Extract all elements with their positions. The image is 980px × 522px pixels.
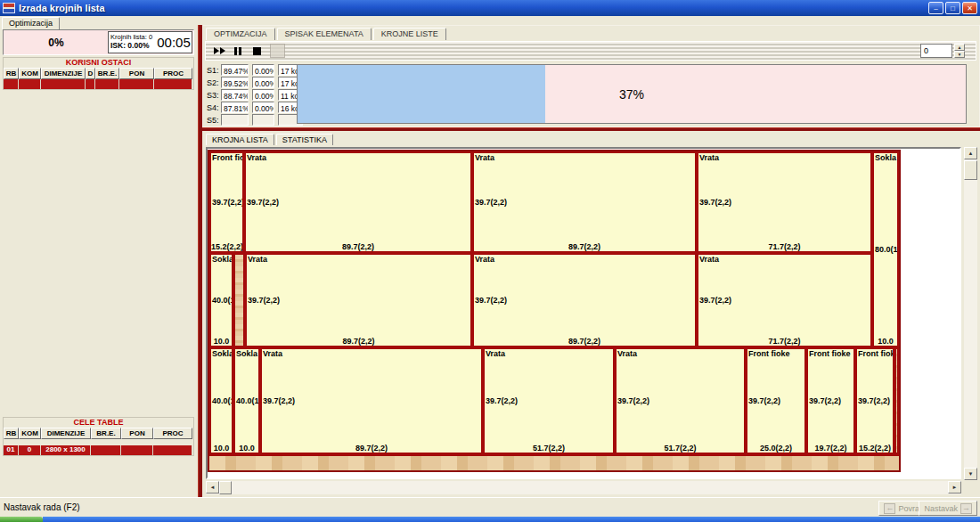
station-stats: S1: 89.47% 0.00% 17 kom S2: 89.52% 0.00%… xyxy=(205,62,977,125)
cutting-board: Front fioke39.7(2,2)15.2(2,2)Vrata39.7(2… xyxy=(208,150,901,472)
cut-piece[interactable]: Front fioke39.7(2,2)15.2(2,2) xyxy=(209,151,244,253)
piece-height-dim: 39.7(2,2) xyxy=(263,396,295,405)
cut-piece[interactable]: Front fioke39.7(2,2)25.0(2,2) xyxy=(746,347,806,454)
spinner-up-icon[interactable]: ▲ xyxy=(954,44,965,51)
tab-krojne-liste[interactable]: KROJNE LISTE xyxy=(373,28,446,40)
piece-label: Vrata xyxy=(699,255,719,264)
disabled-tool-button[interactable] xyxy=(270,44,285,58)
cut-piece[interactable]: Vrata39.7(2,2)89.7(2,2) xyxy=(472,253,697,347)
taskbar-edge xyxy=(0,517,980,522)
next-arrow-icon: → xyxy=(960,503,972,514)
taskbar-strip xyxy=(43,517,980,522)
piece-height-dim: 39.7(2,2) xyxy=(809,396,841,405)
col-header: RB xyxy=(4,68,19,79)
piece-width-dim: 89.7(2,2) xyxy=(474,242,695,251)
col-header: KOM xyxy=(19,428,41,439)
start-button-edge[interactable] xyxy=(0,517,43,522)
tab-statistika[interactable]: STATISTIKA xyxy=(276,134,333,145)
restore-button[interactable]: □ xyxy=(945,2,960,14)
cut-piece[interactable]: Vrata39.7(2,2)51.7(2,2) xyxy=(483,347,615,454)
piece-height-dim: 39.7(2,2) xyxy=(858,396,890,405)
piece-width-dim: 71.7(2,2) xyxy=(698,242,870,251)
piece-label: Vrata xyxy=(475,153,494,162)
tab-optimzacija[interactable]: OPTIMZACIJA xyxy=(206,28,275,40)
piece-label: Vrata xyxy=(475,255,494,264)
vertical-scrollbar[interactable]: ▲ ▼ xyxy=(964,147,977,480)
piece-height-dim: 40.0(1,0 xyxy=(212,296,233,305)
col-header: DIMENZIJE xyxy=(41,68,86,79)
col-header: PON xyxy=(119,68,154,79)
cut-piece[interactable]: Vrata39.7(2,2)89.7(2,2) xyxy=(260,347,483,454)
col-header: RB xyxy=(4,428,19,439)
cut-piece[interactable]: Vrata39.7(2,2)89.7(2,2) xyxy=(245,253,472,347)
scroll-up-icon[interactable]: ▲ xyxy=(964,147,977,159)
scroll-right-icon[interactable]: ► xyxy=(948,481,961,493)
cut-piece[interactable]: Vrata39.7(2,2)71.7(2,2) xyxy=(697,253,872,347)
piece-height-dim: 39.7(2,2) xyxy=(617,396,649,405)
station-row-s5: S5: xyxy=(207,114,306,126)
spinner-value[interactable]: 0 xyxy=(920,44,952,58)
piece-width-dim: 51.7(2,2) xyxy=(485,444,613,453)
piece-width-dim: 10.0 xyxy=(211,337,232,346)
piece-width-dim: 15.2(2,2) xyxy=(211,242,242,251)
cut-piece[interactable]: Vrata39.7(2,2)89.7(2,2) xyxy=(472,151,697,253)
station-field: 89.52% xyxy=(221,77,249,88)
piece-height-dim: 39.7(2,2) xyxy=(248,296,280,305)
piece-label: Vrata xyxy=(263,349,282,358)
cut-piece[interactable]: Vrata39.7(2,2)51.7(2,2) xyxy=(615,347,746,454)
cut-piece[interactable]: Front fioke39.7(2,2)19.7(2,2) xyxy=(806,347,855,454)
left-panel: 0% Krojnih lista: 0 ISK: 0.00% 00:05 KOR… xyxy=(0,29,198,497)
spinner-down-icon[interactable]: ▼ xyxy=(954,51,965,58)
tab-spisak-elemenata[interactable]: SPISAK ELEMENATA xyxy=(277,28,372,40)
cele-table-title: CELE TABLE xyxy=(4,418,193,428)
nastavak-button[interactable]: Nastavak → xyxy=(919,501,977,516)
piece-label: Vrata xyxy=(247,153,266,162)
piece-label: Vrata xyxy=(617,349,637,358)
left-progress-percent: 0% xyxy=(4,30,109,54)
cut-piece[interactable]: Front fioke39.7(2,2)15.2(2,2) xyxy=(855,347,894,454)
piece-label: Front fioke xyxy=(809,349,851,358)
piece-width-dim: 71.7(2,2) xyxy=(698,337,870,346)
scroll-down-icon[interactable]: ▼ xyxy=(964,468,977,480)
cele-table-header-row: RB KOM DIMENZIJE BR.E. PON PROC xyxy=(4,428,193,439)
fast-forward-icon xyxy=(220,47,225,54)
station-field: 88.74% xyxy=(221,89,249,101)
minimize-button[interactable]: – xyxy=(928,2,943,14)
stop-button[interactable] xyxy=(249,44,265,58)
cut-piece[interactable]: Vrata39.7(2,2)89.7(2,2) xyxy=(244,151,472,253)
cut-piece[interactable]: Sokla40.0(1,010.0 xyxy=(233,347,260,454)
optimization-progress-label: 37% xyxy=(298,87,966,102)
vertical-scroll-thumb[interactable] xyxy=(964,160,977,180)
close-button[interactable]: ✕ xyxy=(962,2,977,14)
cut-piece[interactable]: Sokla40.0(1,010.0 xyxy=(209,253,233,347)
table-row[interactable] xyxy=(4,79,193,89)
fast-forward-button[interactable] xyxy=(211,44,227,58)
titlebar[interactable]: Izrada krojnih lista – □ ✕ xyxy=(0,0,980,16)
waste-strip[interactable] xyxy=(209,454,899,470)
table-row[interactable]: 01 0 2800 x 1300 xyxy=(4,445,193,455)
piece-width-dim: 10.0 xyxy=(211,444,232,453)
cele-table: CELE TABLE RB KOM DIMENZIJE BR.E. PON PR… xyxy=(3,417,194,456)
pause-button[interactable] xyxy=(230,44,246,58)
station-field: 87.81% xyxy=(221,102,249,113)
tab-optimizacija[interactable]: Optimizacija xyxy=(2,17,60,29)
col-header: BR.E. xyxy=(95,68,119,79)
piece-label: Sokla xyxy=(875,153,896,162)
tab-krojna-lista[interactable]: KROJNA LISTA xyxy=(206,134,274,145)
col-header: PROC xyxy=(154,68,192,79)
piece-width-dim: 89.7(2,2) xyxy=(246,242,470,251)
status-bar: Nastavak rada (F2) ← Povratak Nastavak → xyxy=(0,497,980,517)
right-tab-strip: OPTIMZACIJA SPISAK ELEMENATA KROJNE LIST… xyxy=(206,28,448,40)
station-field: 0.00% xyxy=(252,77,274,88)
horizontal-scroll-thumb[interactable] xyxy=(219,481,232,494)
cut-piece[interactable]: Vrata39.7(2,2)71.7(2,2) xyxy=(697,151,872,253)
scroll-left-icon[interactable]: ◄ xyxy=(206,481,219,493)
horizontal-scrollbar[interactable]: ◄ ► xyxy=(206,481,961,494)
cut-piece[interactable]: Sokla40.0(1,010.0 xyxy=(209,347,233,454)
waste-strip[interactable] xyxy=(894,347,899,454)
waste-strip[interactable] xyxy=(233,253,245,347)
cut-piece[interactable]: Sokla80.0(1,010.0 xyxy=(872,151,899,347)
cutting-diagram: Front fioke39.7(2,2)15.2(2,2)Vrata39.7(2… xyxy=(206,147,961,479)
station-field: 0.00% xyxy=(252,89,274,101)
station-row-s2: S2: 89.52% 0.00% 17 kom xyxy=(207,77,306,88)
